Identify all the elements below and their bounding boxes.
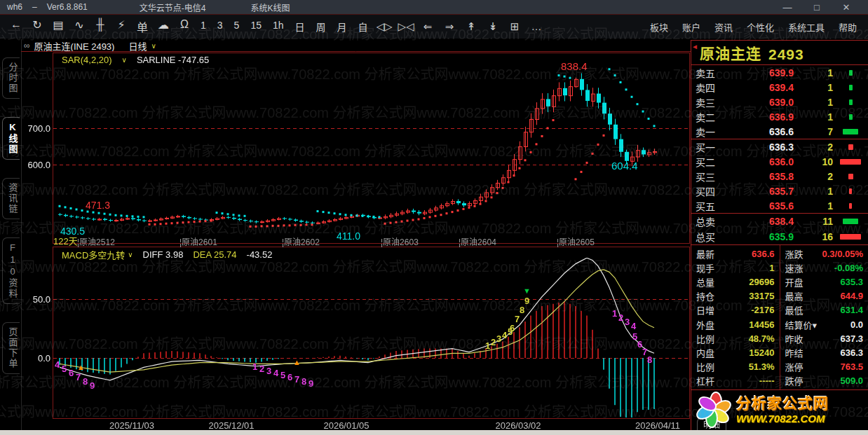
total-buy-row: 总买 635.9 16 [691, 229, 868, 244]
quote-panel: ◄ 原油主连 2493 卖五 639.9 1 卖四 639.4 1 卖三 639… [691, 40, 868, 430]
bid-row-5[interactable]: 买五 635.6 1 [691, 198, 868, 213]
volume-bar [849, 70, 853, 76]
bid-row-3[interactable]: 买三 635.8 2 [691, 169, 868, 184]
stat-prev-close: 昨收 637.3 [780, 331, 868, 345]
window-bottom-edge [0, 430, 868, 435]
macd-indicator-selector[interactable]: MACD多空九转 [62, 248, 125, 261]
site-logo: 分析家公式网 WWW.70822.COM [726, 390, 867, 431]
stat-cur-vol: 现手 1 [691, 261, 780, 275]
bid-row-1[interactable]: 买一 636.3 2 [691, 139, 868, 154]
logo-text: 分析家公式网 [736, 392, 829, 413]
ask-row-3[interactable]: 卖三 639.0 1 [691, 95, 868, 109]
stat-inner: 内盘 15240 [691, 345, 780, 359]
stat-open-interest: 持仓 33175 [691, 289, 780, 303]
stat-speed: 速涨 -0.08% [780, 261, 868, 275]
stat-prev-settle: 昨结 636.3 [780, 345, 868, 359]
chevron-down-icon[interactable]: ∨ [122, 56, 127, 64]
stats-right-column: 涨跌 0.3/0.05% 速涨 -0.08% 开盘 635.3 最高 644.9… [780, 245, 868, 389]
macd-indicator-header: MACD多空九转 ∨ DIFF 3.98 DEA 25.74 -43.52 [62, 248, 272, 261]
volume-bar [849, 114, 853, 120]
bid-levels: 买一 636.3 2 买二 636.0 10 买三 635.8 2 买四 635… [691, 139, 868, 214]
instrument-code: 2493 [768, 46, 804, 63]
stats-left-column: 最新 636.6 现手 1 总量 29696 持仓 33175 日增 -2176… [691, 245, 780, 389]
stat-outer: 外盘 14456 [691, 317, 780, 331]
stat-total-vol: 总量 29696 [691, 275, 780, 289]
ask-row-2[interactable]: 卖二 636.9 1 [691, 109, 868, 124]
flower-logo-icon [694, 390, 733, 429]
panel-collapse-arrow[interactable]: ◄ [691, 43, 699, 50]
instrument-name: 原油主连 [700, 42, 761, 63]
sar-indicator-selector[interactable]: SAR(4,2,20) [62, 55, 112, 65]
sarline-value: SARLINE -747.65 [137, 55, 209, 65]
stat-outer-ratio: 比例 48.7% [691, 331, 780, 345]
stat-daily-change: 日增 -2176 [691, 303, 780, 317]
ask-row-4[interactable]: 卖四 639.4 1 [691, 80, 868, 95]
ask-levels: 卖五 639.9 1 卖四 639.4 1 卖三 639.0 1 卖二 636.… [691, 65, 868, 139]
macd-diff-value: DIFF 3.98 [143, 249, 184, 260]
volume-bar [840, 159, 861, 165]
stat-high: 最高 644.9 [780, 289, 868, 303]
stats-grid: 最新 636.6 现手 1 总量 29696 持仓 33175 日增 -2176… [691, 245, 868, 390]
volume-bar [840, 234, 861, 240]
ask-row-5[interactable]: 卖五 639.9 1 [691, 65, 868, 80]
volume-bar [849, 99, 853, 105]
stat-inner-ratio: 比例 51.3% [691, 360, 780, 374]
stat-settlement: 结算价▾ 0.0 [780, 317, 868, 331]
bid-row-4[interactable]: 买四 635.7 1 [691, 184, 868, 198]
logo-url: WWW.70822.COM [736, 413, 825, 424]
chevron-down-icon[interactable]: ∨ [128, 251, 133, 258]
stat-limit-down: 跌停 509.0 [780, 374, 868, 388]
stat-low: 最低 631.4 [780, 303, 868, 317]
bid-row-2[interactable]: 买二 636.0 10 [691, 154, 868, 169]
macd-hist-value: -43.52 [247, 249, 273, 260]
stat-last: 最新 636.6 [691, 247, 780, 261]
stat-limit-up: 涨停 763.5 [780, 360, 868, 374]
totals-section: 总卖 638.4 11 总买 635.9 16 [691, 214, 868, 245]
volume-bar [843, 129, 858, 134]
panel-bottom: 明细 分析家公式网 WWW.70822.COM [691, 390, 868, 432]
volume-bar [849, 188, 852, 194]
total-sell-row: 总卖 638.4 11 [691, 214, 868, 229]
volume-bar [849, 203, 852, 209]
volume-bar [848, 174, 853, 179]
kline-indicator-header: SAR(4,2,20) ∨ SARLINE -747.65 [62, 55, 209, 65]
stat-leverage: 杠杆 ----- [691, 374, 780, 388]
volume-bar [849, 85, 853, 90]
volume-bar [848, 144, 853, 150]
quote-panel-title: ◄ 原油主连 2493 [691, 41, 868, 65]
ask-row-1[interactable]: 卖一 636.6 7 [691, 124, 868, 139]
stat-open: 开盘 635.3 [780, 275, 868, 289]
volume-bar [843, 219, 858, 224]
stat-change: 涨跌 0.3/0.05% [780, 247, 868, 261]
macd-dea-value: DEA 25.74 [193, 249, 236, 260]
